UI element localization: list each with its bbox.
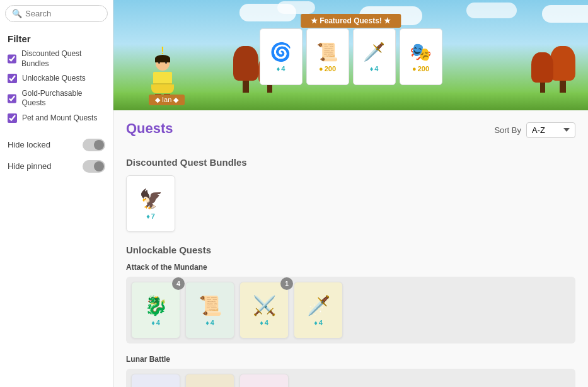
filter-checkbox-discounted[interactable] [8, 54, 16, 64]
filter-item-unlockable[interactable]: Unlockable Quests [8, 74, 105, 84]
group-cards-attack: 4 🐉 ♦ 4 📜 ♦ 4 [126, 277, 575, 344]
uc-card-l2[interactable]: 🐺 ♦ 4 [185, 374, 234, 387]
banner-card-4[interactable]: 🎭 ● 200 [400, 28, 442, 85]
sort-label: Sort By [494, 125, 521, 135]
filter-label-discounted: Discounted Quest Bundles [21, 49, 105, 69]
banner-card-1-value: 4 [281, 65, 285, 72]
banner-quest-cards: 🌀 ♦ 4 📜 ● 200 🗡️ ♦ 4 [260, 28, 442, 85]
banner-card-1[interactable]: 🌀 ♦ 4 [260, 28, 303, 85]
uc-card-a4-value: 4 [319, 319, 323, 326]
uc-card-a1-icon: 🐉 [144, 294, 168, 316]
tree-right [550, 46, 575, 96]
discounted-card-1[interactable]: 🦅 ♦ 7 [126, 175, 175, 232]
banner-card-4-icon: 🎭 [410, 42, 432, 62]
banner-character: ! [151, 57, 174, 98]
group-lunar-battle: Lunar Battle 🌙 ♦ 4 🐺 ♦ 4 [126, 355, 575, 387]
toggle-row-hide-locked: Hide locked [8, 139, 105, 151]
player-tag: Ian [149, 95, 185, 105]
cloud-2 [277, 1, 315, 14]
gem-icon-a3: ♦ [260, 319, 263, 326]
filter-label-unlockable: Unlockable Quests [22, 74, 86, 84]
featured-banner: Featured Quests! [301, 14, 401, 28]
gem-icon-a2: ♦ [205, 319, 209, 326]
uc-card-a1-price: ♦ 4 [151, 319, 160, 326]
uc-card-a1[interactable]: 4 🐉 ♦ 4 [131, 282, 180, 338]
uc-card-a2-icon: 📜 [199, 294, 222, 316]
cloud-4 [466, 3, 517, 18]
gem-icon-a1: ♦ [151, 319, 155, 326]
uc-card-a4-price: ♦ 4 [314, 319, 323, 326]
uc-card-a3-price: ♦ 4 [260, 319, 268, 326]
banner-card-3-icon: 🗡️ [363, 42, 385, 62]
uc-card-a3-icon: ⚔️ [253, 294, 276, 316]
toggle-row-hide-pinned: Hide pinned [8, 160, 105, 173]
banner-card-3-price: ♦ 4 [370, 65, 379, 72]
filter-checkbox-unlockable[interactable] [8, 74, 17, 83]
hide-locked-toggle[interactable] [83, 139, 105, 151]
uc-card-l1[interactable]: 🌙 ♦ 4 [131, 374, 180, 387]
page-title: Quests [126, 120, 173, 137]
uc-card-a1-badge: 4 [172, 277, 185, 290]
banner-card-4-value: 200 [418, 65, 429, 72]
sort-row: Sort By A-Z Z-A Newest [494, 122, 575, 138]
filter-item-gold[interactable]: Gold-Purchasable Quests [8, 89, 105, 108]
uc-card-a2-value: 4 [210, 319, 214, 326]
gem-icon-3: ♦ [370, 65, 374, 72]
group-title-lunar: Lunar Battle [126, 355, 575, 364]
search-box[interactable]: 🔍 [5, 5, 108, 22]
group-attack-mundane: Attack of the Mundane 4 🐉 ♦ 4 📜 ♦ [126, 263, 575, 344]
discounted-section: Discounted Quest Bundles 🦅 ♦ 7 [126, 157, 575, 232]
filter-label-petmount: Pet and Mount Quests [22, 113, 97, 124]
gold-icon-4: ● [412, 65, 417, 72]
uc-card-a1-value: 4 [156, 319, 160, 326]
discounted-section-title: Discounted Quest Bundles [126, 157, 575, 168]
toggle-section: Hide locked Hide pinned [0, 132, 113, 188]
banner-card-2-icon: 📜 [316, 42, 338, 62]
group-title-attack: Attack of the Mundane [126, 263, 575, 272]
hide-pinned-label: Hide pinned [8, 161, 51, 171]
main-content: ! Featured Quests! [113, 0, 588, 387]
group-cards-lunar: 🌙 ♦ 4 🐺 ♦ 4 🌕 [126, 369, 575, 387]
banner-card-2[interactable]: 📜 ● 200 [306, 28, 349, 85]
banner-card-4-price: ● 200 [412, 65, 429, 72]
hide-pinned-toggle[interactable] [83, 160, 105, 173]
banner-card-2-price: ● 200 [319, 65, 336, 72]
uc-card-a2[interactable]: 📜 ♦ 4 [185, 282, 234, 338]
hide-locked-label: Hide locked [8, 140, 50, 149]
uc-card-a4-icon: 🗡️ [307, 294, 330, 316]
tree-right2 [531, 52, 553, 96]
discounted-card-1-price: ♦ 7 [146, 212, 155, 220]
search-input[interactable] [25, 9, 101, 18]
unlockable-section: Unlockable Quests Attack of the Mundane … [126, 245, 575, 387]
cloud-5 [542, 5, 588, 23]
uc-card-a3-badge: 1 [280, 277, 293, 290]
discounted-card-1-icon: 🦅 [139, 188, 163, 210]
filter-item-discounted[interactable]: Discounted Quest Bundles [8, 49, 105, 69]
uc-card-a4[interactable]: 🗡️ ♦ 4 [294, 282, 343, 338]
tree-left [233, 46, 258, 96]
uc-card-a2-price: ♦ 4 [205, 319, 214, 326]
uc-card-a3[interactable]: 1 ⚔️ ♦ 4 [239, 282, 289, 338]
filter-item-petmount[interactable]: Pet and Mount Quests [8, 113, 105, 124]
uc-card-l3[interactable]: 🌕 ♦ 4 [239, 374, 289, 387]
banner-card-3-value: 4 [374, 65, 378, 72]
filter-title: Filter [8, 33, 105, 44]
uc-card-a3-value: 4 [265, 319, 268, 326]
unlockable-section-title: Unlockable Quests [126, 245, 575, 255]
gem-icon-d1: ♦ [146, 212, 150, 220]
discounted-card-1-value: 7 [151, 212, 155, 220]
filter-checkbox-petmount[interactable] [8, 113, 17, 123]
discounted-quest-grid: 🦅 ♦ 7 [126, 175, 575, 232]
banner-card-3[interactable]: 🗡️ ♦ 4 [353, 28, 396, 85]
sort-select[interactable]: A-Z Z-A Newest [526, 122, 575, 138]
sidebar: 🔍 Filter Discounted Quest Bundles Unlock… [0, 0, 113, 387]
banner: ! Featured Quests! [113, 0, 588, 110]
filter-checkbox-gold[interactable] [8, 94, 16, 103]
filter-section: Filter Discounted Quest Bundles Unlockab… [0, 27, 113, 129]
banner-card-2-value: 200 [325, 65, 336, 72]
filter-label-gold: Gold-Purchasable Quests [21, 89, 105, 108]
search-icon: 🔍 [12, 9, 22, 18]
banner-card-1-icon: 🌀 [270, 42, 292, 62]
gem-icon-a4: ♦ [314, 319, 318, 326]
gold-icon-2: ● [319, 65, 323, 72]
